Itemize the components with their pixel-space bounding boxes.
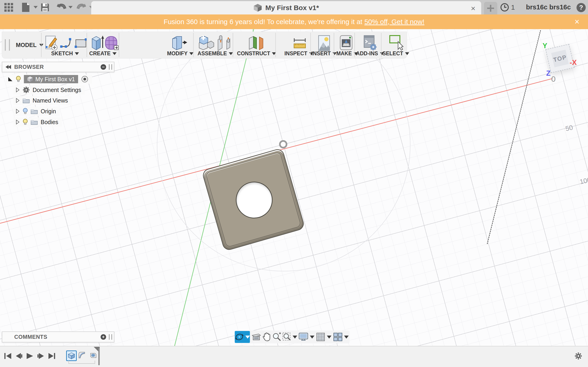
activate-radio-icon[interactable] — [81, 75, 88, 83]
file-menu-caret[interactable] — [32, 0, 39, 15]
undo-icon — [56, 3, 66, 12]
construction-plane-button[interactable] — [247, 35, 264, 52]
assemble-menu[interactable]: ASSEMBLE — [198, 50, 233, 57]
new-tab-button[interactable] — [484, 2, 497, 15]
timeline-go-to-end-button[interactable] — [47, 351, 57, 361]
create-sketch-icon — [45, 35, 58, 51]
help-button[interactable]: ? — [577, 3, 586, 12]
orbit-icon — [235, 333, 244, 341]
insert-image-button[interactable] — [318, 35, 330, 52]
browser-panel-header[interactable]: BROWSER − — [2, 62, 114, 72]
spline-button[interactable] — [60, 37, 72, 49]
create-menu[interactable]: CREATE — [89, 50, 117, 57]
promo-banner-link[interactable]: 50% off, Get it now! — [364, 18, 424, 26]
new-component-button[interactable] — [198, 35, 214, 52]
origin-point-marker[interactable] — [279, 140, 287, 148]
timeline-settings-button[interactable] — [574, 351, 583, 361]
panel-resize-grip[interactable] — [109, 334, 112, 340]
timeline-playhead[interactable] — [98, 348, 100, 365]
tree-root-selected-chip[interactable]: My First Box v1 — [24, 75, 78, 83]
timeline-feature-box[interactable] — [66, 350, 77, 361]
timeline-step-forward-button[interactable] — [36, 351, 45, 361]
tree-item-label: Origin — [41, 108, 56, 115]
expand-arrow-icon[interactable] — [16, 98, 20, 103]
undo-menu-caret[interactable] — [67, 0, 74, 15]
viewcube-y-axis-label: Y — [543, 42, 547, 50]
visibility-bulb-off-icon[interactable] — [23, 108, 28, 115]
construct-menu[interactable]: CONSTRUCT — [237, 50, 276, 57]
orbit-button[interactable] — [235, 331, 250, 343]
toolbar-drag-handle[interactable] — [5, 39, 10, 51]
modify-menu[interactable]: MODIFY — [167, 50, 193, 57]
expand-arrow-icon[interactable] — [16, 119, 20, 125]
banner-close-button[interactable]: × — [573, 18, 581, 26]
group-label: CREATE — [89, 50, 111, 57]
panel-resize-grip[interactable] — [109, 64, 112, 70]
redo-button[interactable] — [76, 0, 88, 15]
sketch-menu[interactable]: SKETCH — [51, 50, 79, 57]
panel-minimize-button[interactable]: − — [101, 64, 106, 70]
save-button[interactable] — [40, 0, 51, 15]
title-bar: My First Box v1* × 1 brs16c brs16c ? — [0, 0, 588, 15]
tree-item-named-views[interactable]: Named Views — [13, 96, 72, 105]
tree-item-root[interactable]: My First Box v1 — [6, 75, 92, 84]
viewcube-top-face[interactable]: TOP — [551, 50, 569, 67]
select-menu[interactable]: SELECT — [382, 50, 409, 57]
undo-button[interactable] — [55, 0, 67, 15]
orbit-menu-caret[interactable] — [245, 336, 250, 339]
select-button[interactable] — [389, 35, 404, 52]
tree-item-origin[interactable]: Origin — [13, 107, 60, 116]
look-at-button[interactable] — [251, 331, 262, 343]
grid-settings-button[interactable] — [315, 331, 326, 343]
rectangle-button[interactable] — [75, 38, 87, 49]
model-viewport[interactable]: Y TOP -X Z 0 50 100 MODEL — [0, 29, 588, 346]
display-settings-button[interactable] — [298, 331, 309, 343]
comments-panel-header[interactable]: COMMENTS + — [2, 332, 114, 342]
joint-button[interactable] — [216, 35, 233, 52]
pan-hand-icon — [262, 333, 270, 341]
timeline-step-back-button[interactable] — [14, 351, 23, 361]
timeline-feature-fillet[interactable] — [77, 350, 86, 360]
zoom-window-button[interactable] — [282, 331, 292, 343]
tree-item-document-settings[interactable]: Document Settings — [13, 85, 85, 94]
tab-close-button[interactable]: × — [469, 4, 477, 12]
create-sketch-button[interactable] — [45, 35, 58, 52]
zoom-menu-caret[interactable] — [293, 336, 297, 339]
user-account-button[interactable]: brs16c brs16c — [526, 0, 571, 15]
3d-print-button[interactable] — [339, 35, 353, 52]
press-pull-button[interactable] — [171, 35, 187, 52]
display-menu-caret[interactable] — [310, 336, 314, 339]
insert-menu[interactable]: INSERT — [311, 50, 337, 57]
grid-menu-caret[interactable] — [327, 336, 331, 339]
workspace-switcher[interactable]: MODEL — [16, 32, 43, 58]
recent-documents-button[interactable]: 1 — [500, 0, 515, 15]
file-menu-button[interactable] — [20, 0, 31, 15]
body-top-face[interactable] — [205, 152, 301, 248]
body-hole[interactable] — [232, 177, 277, 223]
viewports-menu-caret[interactable] — [344, 336, 349, 339]
toolbar-separator — [233, 33, 233, 57]
timeline-go-to-start-button[interactable] — [3, 351, 12, 361]
tree-item-bodies[interactable]: Bodies — [13, 117, 62, 127]
zoom-button[interactable] — [271, 331, 282, 343]
visibility-bulb-icon[interactable] — [23, 119, 28, 125]
add-comment-button[interactable]: + — [101, 334, 106, 340]
viewports-button[interactable] — [332, 331, 343, 343]
measure-button[interactable] — [293, 37, 306, 51]
extrude-button[interactable] — [90, 35, 104, 52]
visibility-bulb-icon[interactable] — [16, 76, 21, 83]
add-ins-menu[interactable]: ADD-INS — [356, 50, 384, 57]
pan-button[interactable] — [262, 331, 271, 343]
create-form-button[interactable] — [104, 35, 119, 52]
scripts-addins-button[interactable] — [363, 35, 377, 52]
timeline-play-button[interactable] — [25, 351, 35, 361]
app-grid-menu-button[interactable] — [3, 0, 14, 15]
expand-arrow-icon[interactable] — [16, 108, 20, 114]
toolbar-separator — [381, 33, 381, 57]
collapse-arrow-icon[interactable] — [8, 77, 13, 82]
timeline-group-bracket — [69, 361, 95, 364]
expand-arrow-icon[interactable] — [16, 87, 20, 93]
document-tab[interactable]: My First Box v1* × — [91, 1, 481, 15]
inspect-menu[interactable]: INSPECT — [284, 50, 313, 57]
collapse-panel-icon[interactable] — [5, 65, 12, 69]
